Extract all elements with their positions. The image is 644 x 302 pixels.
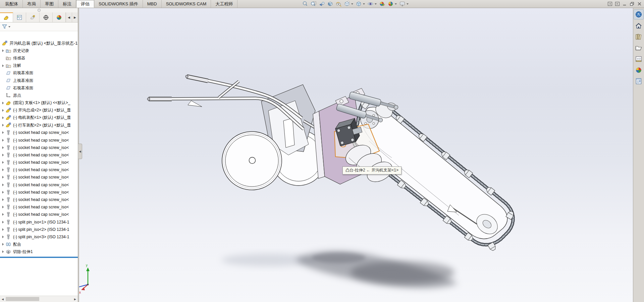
ribbon-tab-布局[interactable]: 布局 (23, 0, 41, 8)
panel-grip[interactable] (0, 8, 78, 12)
display-style-dropdown-caret-icon[interactable] (363, 3, 365, 5)
expand-arrow-icon[interactable] (0, 124, 6, 127)
tree-item[interactable]: (-) 电机装配<1> (默认) <默认_显 (0, 114, 78, 121)
expand-arrow-icon[interactable] (0, 213, 6, 216)
apply-scene-dropdown-caret-icon[interactable] (395, 3, 397, 5)
ribbon-tab-装配体[interactable]: 装配体 (1, 0, 23, 8)
ribbon-tab-MBD[interactable]: MBD (143, 0, 162, 8)
tree-item[interactable]: (-) socket head cap screw_iso< (0, 159, 78, 166)
tree-item[interactable]: (-) 行车装配<2> (默认) <默认_显 (0, 121, 78, 129)
expand-arrow-icon[interactable] (0, 154, 6, 156)
expand-arrow-icon[interactable] (0, 168, 6, 171)
design-library-icon[interactable] (634, 32, 643, 42)
expand-arrow-icon[interactable] (0, 116, 6, 119)
expand-arrow-icon[interactable] (0, 184, 6, 186)
expand-arrow-icon[interactable] (0, 146, 6, 149)
section-view-icon[interactable] (326, 0, 334, 8)
expand-arrow-icon[interactable] (0, 161, 6, 164)
panel-collapse-button[interactable]: ◀ (78, 144, 82, 159)
view-settings-icon[interactable] (398, 0, 407, 8)
expand-arrow-icon[interactable] (0, 139, 6, 142)
close-icon[interactable] (637, 1, 642, 6)
tree-item[interactable]: 上视基准面 (0, 77, 78, 84)
expand-arrow-icon[interactable] (0, 176, 6, 179)
tree-item[interactable]: 原点 (0, 92, 78, 99)
expand-arrow-icon[interactable] (0, 206, 6, 208)
expand-arrow-icon[interactable] (0, 198, 6, 201)
expand-arrow-icon[interactable] (0, 191, 6, 194)
dimxpert-manager-tab[interactable] (40, 12, 53, 22)
apply-scene-icon[interactable] (386, 0, 395, 8)
hide-show-items-icon[interactable] (366, 0, 375, 8)
graphics-viewport[interactable]: y z x 凸台-拉伸2 ← 开沟机支架<1> (79, 8, 633, 302)
previous-view-icon[interactable] (318, 0, 326, 8)
custom-properties-icon[interactable] (634, 77, 643, 86)
tree-item[interactable]: (-) split pin_iso<2> (ISO 1234-1 (0, 226, 78, 233)
expand-arrow-icon[interactable] (0, 109, 6, 112)
ribbon-tab-SOLIDWORKS CAM[interactable]: SOLIDWORKS CAM (162, 0, 211, 8)
tree-item[interactable]: (-) split pin_iso<3> (ISO 1234-1 (0, 233, 78, 241)
front-wheel[interactable] (222, 132, 282, 190)
tree-item[interactable]: (-) socket head cap screw_iso< (0, 166, 78, 173)
filter-caret-icon[interactable] (8, 26, 10, 28)
pane-left-icon[interactable] (607, 1, 612, 6)
view-palette-icon[interactable] (634, 54, 643, 64)
hide-show-items-dropdown-caret-icon[interactable] (375, 3, 377, 5)
tree-item[interactable]: 切除-拉伸1 (0, 248, 78, 255)
home-icon[interactable] (634, 21, 643, 31)
ribbon-tab-标注[interactable]: 标注 (58, 0, 76, 8)
tree-item[interactable]: 传感器 (0, 54, 78, 62)
tree-item[interactable]: 右视基准面 (0, 84, 78, 92)
tree-item[interactable]: (-) socket head cap screw_iso< (0, 211, 78, 218)
tree-horizontal-scrollbar[interactable]: ◄ ► (0, 296, 78, 302)
tree-item[interactable]: (-) socket head cap screw_iso< (0, 136, 78, 144)
expand-arrow-icon[interactable] (0, 250, 6, 253)
tree-item[interactable]: 前视基准面 (0, 69, 78, 77)
tree-item[interactable]: (-) socket head cap screw_iso< (0, 189, 78, 196)
expand-arrow-icon[interactable] (0, 221, 6, 223)
tree-item[interactable]: (-) socket head cap screw_iso< (0, 144, 78, 151)
tree-root-item[interactable]: 开沟机总装 (默认) <默认_显示状态-1> (0, 40, 78, 47)
zoom-to-fit-icon[interactable] (301, 0, 309, 8)
ribbon-tab-草图[interactable]: 草图 (41, 0, 58, 8)
scroll-left-button[interactable]: ◄ (0, 296, 5, 302)
filter-funnel-icon[interactable] (2, 24, 7, 30)
panel-tab-scroll-right[interactable]: ▶ (72, 12, 78, 22)
expand-arrow-icon[interactable] (0, 131, 6, 134)
edit-appearance-icon[interactable] (378, 0, 386, 8)
minimize-icon[interactable] (622, 1, 627, 6)
tree-item[interactable]: A注解 (0, 62, 78, 69)
tree-item[interactable]: (-) split pin_iso<1> (ISO 1234-1 (0, 218, 78, 226)
expand-arrow-icon[interactable] (0, 102, 6, 104)
feature-manager-tab[interactable] (0, 12, 13, 22)
ribbon-tab-SOLIDWORKS 插件[interactable]: SOLIDWORKS 插件 (94, 0, 143, 8)
tree-item[interactable]: (-) socket head cap screw_iso< (0, 151, 78, 159)
scroll-right-button[interactable]: ► (72, 296, 78, 302)
tree-item[interactable]: (-) socket head cap screw_iso< (0, 173, 78, 181)
expand-arrow-icon[interactable] (0, 64, 6, 67)
display-style-icon[interactable] (355, 0, 363, 8)
ribbon-tab-评估[interactable]: 评估 (76, 0, 94, 8)
zoom-to-area-icon[interactable] (309, 0, 318, 8)
view-orientation-icon[interactable] (343, 0, 351, 8)
display-manager-tab[interactable] (53, 12, 66, 22)
tree-item[interactable]: (-) socket head cap screw_iso< (0, 203, 78, 211)
expand-arrow-icon[interactable] (0, 228, 6, 231)
expand-arrow-icon[interactable] (0, 49, 6, 52)
view-settings-dropdown-caret-icon[interactable] (407, 3, 409, 5)
configuration-manager-tab[interactable] (26, 12, 39, 22)
annotation-views-icon[interactable] (334, 0, 343, 8)
pane-right-icon[interactable] (615, 1, 620, 6)
file-explorer-icon[interactable] (634, 43, 643, 53)
expand-arrow-icon[interactable] (0, 243, 6, 246)
solidworks-resources-icon[interactable] (634, 9, 644, 19)
scroll-thumb[interactable] (6, 297, 39, 301)
restore-icon[interactable] (630, 1, 635, 6)
ribbon-tab-大工程师[interactable]: 大工程师 (211, 0, 237, 8)
view-orientation-dropdown-caret-icon[interactable] (351, 3, 353, 5)
panel-tab-scroll-left[interactable]: ◀ (66, 12, 72, 22)
tree-item[interactable]: (-) 开沟总成<2> (默认) <默认_显 (0, 107, 78, 114)
expand-arrow-icon[interactable] (0, 236, 6, 238)
tree-item[interactable]: 历史记录 (0, 47, 78, 54)
rollback-bar[interactable] (0, 257, 78, 258)
